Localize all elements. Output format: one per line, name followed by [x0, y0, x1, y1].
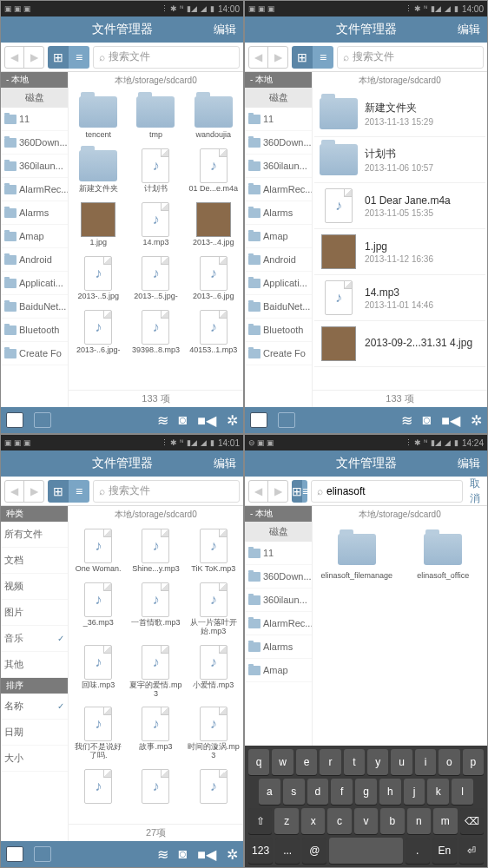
sidebar-item[interactable]: Applicati... — [245, 272, 312, 295]
grid-item[interactable]: ♪39398..8.mp3 — [128, 306, 183, 358]
keyboard-key[interactable]: r — [320, 749, 340, 775]
keyboard-key[interactable]: f — [331, 779, 353, 805]
sidebar-item[interactable]: Android — [245, 248, 312, 272]
search-box[interactable]: ⌕ 搜索文件 — [93, 46, 240, 69]
search-box[interactable]: ⌕搜索文件 — [337, 46, 484, 69]
keyboard-key[interactable]: v — [354, 808, 378, 834]
keyboard-key[interactable]: ... — [275, 838, 300, 864]
wifi-icon[interactable]: ≋ — [157, 846, 168, 863]
sidebar-item[interactable]: 11 — [245, 542, 312, 565]
grid-view-button[interactable]: ⊞ — [48, 480, 69, 503]
keyboard-key[interactable]: n — [407, 808, 431, 834]
keyboard-key[interactable]: e — [296, 749, 317, 775]
grid-item[interactable]: elinasoft_office — [401, 525, 486, 584]
tab-icon[interactable] — [6, 846, 23, 862]
sidebar-item[interactable]: 大小 — [1, 746, 68, 772]
sidebar-item[interactable]: 360Down... — [1, 131, 68, 155]
grid-item[interactable]: ♪计划书 — [128, 145, 183, 197]
sidebar-item[interactable]: 音乐✓ — [1, 626, 68, 652]
keyboard-key[interactable]: l — [452, 779, 473, 805]
grid-item[interactable]: 1.jpg — [70, 199, 126, 251]
gear-icon[interactable]: ✲ — [227, 412, 238, 429]
sidebar-item[interactable]: Create Fo — [245, 342, 312, 365]
grid-view-button[interactable]: ⊞ — [48, 46, 69, 69]
grid-item[interactable]: ♪一首情歌.mp3 — [128, 579, 183, 640]
sidebar-item[interactable]: 所有文件 — [1, 522, 68, 548]
list-item[interactable]: 2013-09-2...31.31 4.jpg — [314, 321, 485, 367]
grid-item[interactable]: ♪01 De...e.m4a — [186, 145, 241, 197]
grid-item[interactable]: wandoujia — [186, 91, 241, 143]
grid-item[interactable]: ♪2013-..5.jpg — [70, 253, 126, 305]
sidebar-item[interactable]: 360ilaun... — [1, 155, 68, 178]
camera-icon[interactable]: ◙ — [179, 846, 188, 862]
keyboard-key[interactable]: . — [406, 838, 430, 864]
sidebar-item[interactable]: 其他 — [1, 652, 68, 678]
tab-icon[interactable] — [34, 846, 51, 862]
keyboard-key[interactable]: q — [248, 749, 269, 775]
grid-item[interactable]: ♪14.mp3 — [128, 199, 183, 251]
search-input[interactable] — [326, 485, 457, 497]
grid-item[interactable]: ♪_36.mp3 — [70, 579, 126, 640]
nav-back[interactable]: ◀ — [249, 47, 268, 68]
grid-item[interactable]: tencent — [70, 91, 126, 143]
keyboard-key[interactable]: @ — [302, 838, 326, 864]
keyboard-key[interactable]: En — [432, 838, 457, 864]
grid-item[interactable]: ♪时间的漩涡.mp3 — [186, 703, 241, 764]
keyboard-key[interactable]: z — [274, 808, 298, 834]
grid-item[interactable]: ♪从一片落叶开始.mp3 — [186, 579, 241, 640]
keyboard-key[interactable]: ⌫ — [460, 808, 484, 834]
keyboard-key[interactable]: 123 — [248, 838, 273, 864]
sidebar-item[interactable]: 日期 — [1, 720, 68, 746]
tab-icon[interactable] — [34, 412, 51, 428]
tab-icon[interactable] — [250, 412, 267, 428]
nav-back[interactable]: ◀ — [5, 481, 24, 502]
sidebar-item[interactable]: Bluetooth — [1, 319, 68, 342]
keyboard-key[interactable]: b — [380, 808, 404, 834]
keyboard-key[interactable]: s — [283, 779, 305, 805]
sidebar-item[interactable]: Alarms — [1, 201, 68, 225]
grid-item[interactable]: ♪2013-..6.jpg — [186, 253, 241, 305]
sidebar-item[interactable]: 视频 — [1, 574, 68, 600]
list-item[interactable]: 1.jpg2013-11-12 16:36 — [314, 229, 485, 275]
keyboard-key[interactable]: ⏎ — [459, 838, 484, 864]
grid-item[interactable]: ♪2013-..6.jpg- — [70, 306, 126, 358]
list-view-button[interactable]: ≡ — [313, 46, 333, 69]
keyboard-key[interactable]: x — [301, 808, 325, 834]
grid-item[interactable]: ♪40153..1.mp3 — [186, 306, 241, 358]
keyboard-key[interactable] — [329, 838, 402, 864]
grid-item[interactable]: ♪我们不是说好了吗. — [70, 703, 126, 764]
sidebar-item[interactable]: AlarmRec... — [245, 612, 312, 635]
grid-item[interactable]: tmp — [128, 91, 183, 143]
grid-item[interactable]: ♪One Woman. — [70, 525, 126, 577]
camera-icon[interactable]: ◙ — [179, 412, 188, 428]
sidebar-item[interactable]: 名称✓ — [1, 694, 68, 720]
nav-forward[interactable]: ▶ — [268, 481, 287, 502]
tab-icon[interactable] — [6, 412, 23, 428]
grid-item[interactable]: ♪ — [186, 766, 241, 809]
camera-icon[interactable]: ◙ — [423, 412, 432, 428]
sidebar-item[interactable]: AlarmRec... — [245, 178, 312, 201]
wifi-icon[interactable]: ≋ — [401, 412, 412, 429]
grid-item[interactable]: ♪小爱情.mp3 — [186, 641, 241, 702]
keyboard-key[interactable]: y — [367, 749, 388, 775]
grid-item[interactable]: 新建文件夹 — [70, 145, 126, 197]
list-item[interactable]: 新建文件夹2013-11-13 15:29 — [314, 91, 485, 137]
nav-forward[interactable]: ▶ — [24, 481, 43, 502]
keyboard-key[interactable]: g — [355, 779, 377, 805]
grid-item[interactable]: ♪Shine...y.mp3 — [128, 525, 183, 577]
grid-view-button[interactable]: ⊞ — [292, 480, 302, 503]
sidebar-item[interactable]: 360Down... — [245, 131, 312, 155]
sidebar-item[interactable]: Alarms — [245, 201, 312, 225]
edit-button[interactable]: 编辑 — [458, 456, 480, 471]
sidebar-item[interactable]: Amap — [245, 225, 312, 248]
keyboard-key[interactable]: w — [272, 749, 293, 775]
gear-icon[interactable]: ✲ — [471, 412, 482, 429]
grid-item[interactable]: elinasoft_filemanage — [314, 525, 399, 584]
sidebar-item[interactable]: 360ilaun... — [245, 589, 312, 612]
sidebar-item[interactable]: Applicati... — [1, 272, 68, 295]
wifi-icon[interactable]: ≋ — [157, 412, 168, 429]
keyboard-key[interactable]: h — [379, 779, 401, 805]
sidebar-item[interactable]: Bluetooth — [245, 319, 312, 342]
keyboard-key[interactable]: j — [404, 779, 425, 805]
keyboard-key[interactable]: p — [463, 749, 484, 775]
